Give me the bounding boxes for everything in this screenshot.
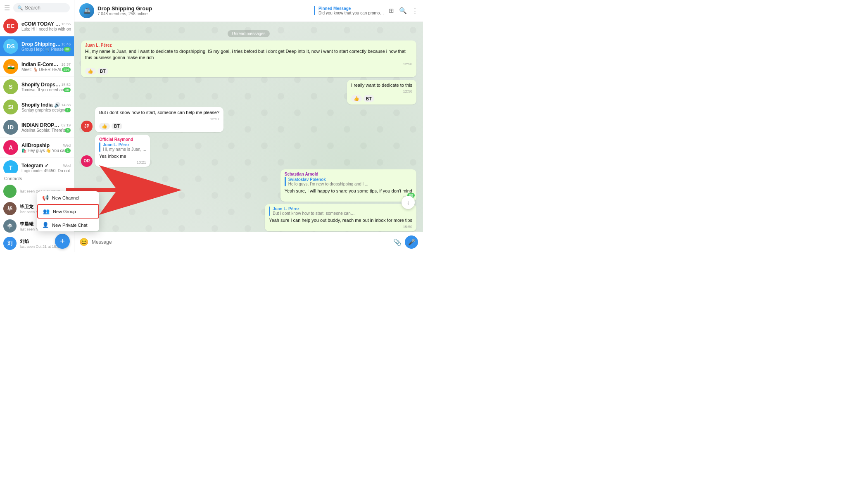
message-time: 15:49 [285, 195, 412, 199]
badge: 1 [65, 108, 71, 112]
message-reactions: 👍BT [351, 95, 412, 102]
bubble: Sebastian Arnold Sviatoslav Polenok Hell… [280, 169, 416, 202]
avatar: SI [3, 100, 18, 114]
chat-name: AliDropship [21, 143, 50, 148]
chat-preview: 🛍️ Hey guys 👋 You can book a free m... [21, 148, 65, 153]
chat-item[interactable]: 🇮🇳 Indian E-Commerce Wholsaler B2... 16:… [0, 57, 74, 77]
message-author: Sebastian Arnold [285, 172, 412, 176]
mic-button[interactable]: 🎤 [405, 235, 418, 249]
chat-info: Drop Shipping Group 🔊 16:46 Group Help: … [21, 41, 71, 52]
more-icon[interactable]: ⋮ [412, 7, 418, 14]
avatar: A [3, 140, 18, 155]
messages-container: Juan L. Pérez Hi, my name is Juan, and i… [81, 40, 416, 232]
badge: 88 [64, 47, 71, 52]
message-author: Juan L. Pérez [85, 43, 412, 48]
chat-time: 16:46 [61, 42, 71, 46]
avatar: T [3, 160, 18, 173]
pinned-text: Did you know that you can promote ... [318, 11, 385, 15]
message-time: 12:57 [99, 117, 219, 121]
attach-button[interactable]: 📎 [393, 238, 402, 246]
avatar: 🇮🇳 [3, 59, 18, 74]
context-menu-item-new-group[interactable]: 👥 New Group [37, 204, 99, 219]
pinned-area[interactable]: Pinned Message Did you know that you can… [314, 6, 385, 15]
message-author: Official Raymond [99, 137, 146, 142]
reaction: 👍 [351, 95, 362, 102]
chat-preview: Group Help: 🛒 Please Follow The Gro... [21, 47, 64, 52]
chat-input-area: 😊 📎 🎤 [74, 232, 423, 252]
main-chat: 🚢 Drop Shipping Group 7 048 members, 258… [74, 0, 423, 252]
reply-author: Juan L. Pérez [103, 143, 146, 147]
bubble: But i dont know how to start, someone ca… [95, 107, 223, 132]
chat-preview: Sanjay graphics designer full time freel… [21, 108, 65, 112]
badge: 26 [64, 88, 71, 92]
contacts-section: Contacts [0, 173, 74, 183]
search-header-icon[interactable]: 🔍 [399, 7, 407, 14]
header-icons: ⊞ 🔍 ⋮ [389, 7, 418, 14]
chat-preview: Meet: 🦌 DEER HEAD MULTIPURPOS... [21, 67, 62, 72]
msg-avatar: JP [81, 121, 93, 132]
bubble: Juan L. Pérez But i dont know how to sta… [265, 204, 416, 231]
chat-time: Wed [63, 164, 71, 168]
chat-name: Drop Shipping Group [97, 5, 314, 12]
reply-author: Sviatoslav Polenok [288, 177, 412, 182]
chat-item[interactable]: A AliDropship Wed 🛍️ Hey guys 👋 You can … [0, 138, 74, 158]
reply-text: But i dont know how to start, someone ca… [273, 211, 355, 216]
chat-time: Wed [63, 143, 71, 147]
grid-icon[interactable]: ⊞ [389, 7, 394, 14]
badge: 3 [65, 128, 71, 133]
message-text: Hi, my name is Juan, and i want to dedic… [85, 48, 412, 61]
chat-item[interactable]: T Telegram ✓ Wed Login code: 49450. Do n… [0, 158, 74, 173]
search-box[interactable]: 🔍 [13, 3, 70, 12]
chat-item[interactable]: ID INDIAN DROPSHIPPING🚀💰 🔊 02:19 Adelina… [0, 117, 74, 138]
ctx-icon: 👥 [43, 208, 50, 214]
badge: 254 [62, 67, 71, 72]
chat-item[interactable]: EC eCOM TODAY Ecommerce | ENG C... 16:55… [0, 16, 74, 36]
chat-name: Drop Shipping Group 🔊 [21, 41, 61, 47]
reaction: BT [112, 123, 122, 130]
chat-preview: Tomiwa: If you need any recommenda... [21, 88, 64, 92]
ctx-icon: 👤 [42, 222, 49, 228]
ctx-icon: 📢 [42, 195, 49, 201]
pinned-label: Pinned Message [318, 6, 385, 11]
chat-name: Shopify Dropshipping Knowledge ... [21, 82, 61, 88]
reply-text: Hi, my name is Juan, ... [103, 147, 146, 152]
contact-avatar [3, 185, 17, 198]
chat-item[interactable]: SI Shopify India 🔊 14:33 Sanjay graphics… [0, 97, 74, 117]
chat-info: Shopify India 🔊 14:33 Sanjay graphics de… [21, 102, 71, 112]
add-button[interactable]: + [55, 234, 70, 249]
chat-time: 14:33 [61, 103, 71, 107]
bubble: Official Raymond Juan L. Pérez Hi, my na… [95, 135, 150, 167]
chat-item[interactable]: DS Drop Shipping Group 🔊 16:46 Group Hel… [0, 36, 74, 57]
chat-time: 15:52 [61, 83, 71, 87]
context-menu-item-new-channel[interactable]: 📢 New Channel [37, 191, 99, 204]
reply-quote: Juan L. Pérez But i dont know how to sta… [269, 207, 412, 216]
message-time: 12:56 [351, 89, 412, 93]
context-menu: 📢 New Channel 👥 New Group 👤 New Private … [37, 191, 99, 231]
message-text: Yeah sure, I will happy to share you som… [285, 188, 412, 194]
chat-info: AliDropship Wed 🛍️ Hey guys 👋 You can bo… [21, 143, 71, 153]
ctx-label: New Private Chat [52, 223, 88, 228]
reaction: BT [97, 68, 108, 75]
message-time: 13:21 [99, 160, 146, 164]
ctx-label: New Channel [52, 195, 79, 200]
hamburger-icon[interactable]: ☰ [4, 4, 10, 12]
message-row: Juan L. Pérez But i dont know how to sta… [81, 204, 416, 231]
msg-avatar: OR [81, 155, 93, 167]
search-icon: 🔍 [17, 5, 23, 11]
scroll-down-button[interactable]: ↓ [402, 196, 415, 209]
contact-avatar: 毕 [3, 202, 17, 215]
search-input[interactable] [25, 5, 66, 11]
ctx-label: New Group [53, 209, 76, 214]
chat-preview: Adelina Sophia: There's this mining plat… [21, 128, 65, 133]
sidebar-header: ☰ 🔍 [0, 0, 74, 16]
context-menu-item-new-private[interactable]: 👤 New Private Chat [37, 219, 99, 231]
chat-name: Shopify India 🔊 [21, 102, 60, 108]
message-reactions: 👍BT [99, 123, 219, 130]
message-input[interactable] [92, 239, 390, 245]
contacts-title: Contacts [4, 176, 70, 181]
chat-item[interactable]: S Shopify Dropshipping Knowledge ... 15:… [0, 77, 74, 97]
emoji-button[interactable]: 😊 [79, 238, 88, 247]
avatar: ID [3, 120, 18, 135]
bubble: Juan L. Pérez Hi, my name is Juan, and i… [81, 40, 416, 77]
reaction: 👍 [99, 123, 110, 130]
